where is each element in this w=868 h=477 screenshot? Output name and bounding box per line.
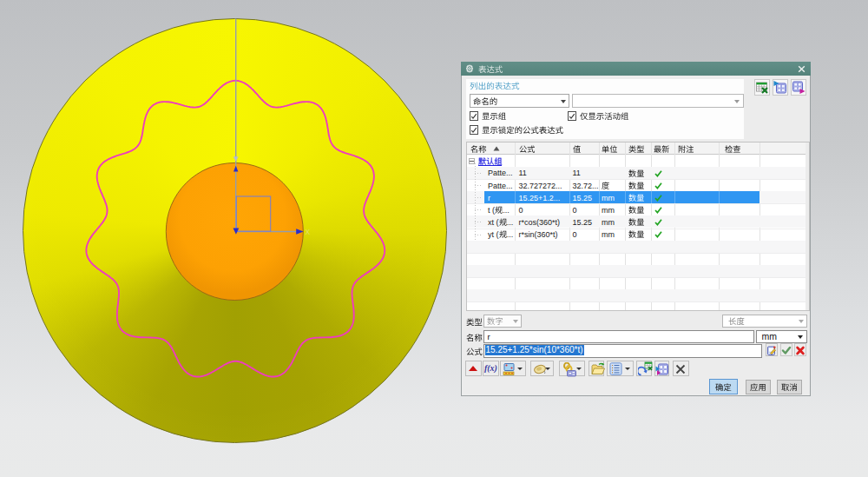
svg-text:X: X <box>306 228 311 236</box>
